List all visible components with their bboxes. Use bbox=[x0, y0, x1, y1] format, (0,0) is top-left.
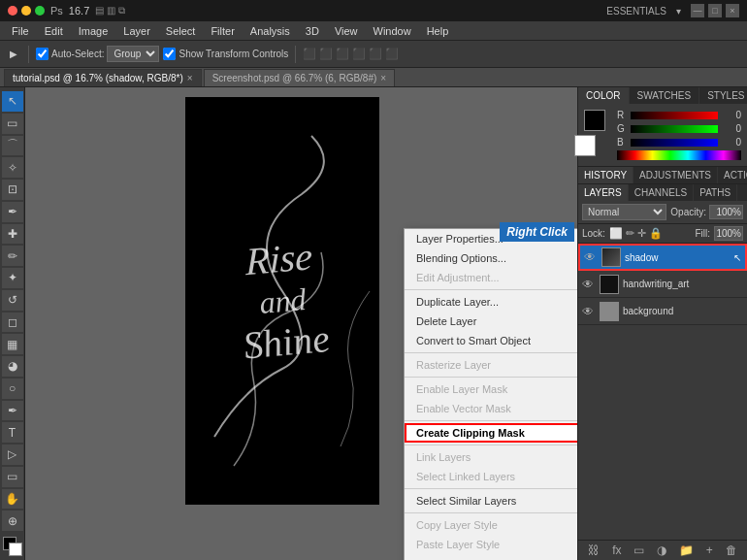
close-icon[interactable]: × bbox=[726, 4, 739, 17]
align-right-icon[interactable]: ⬛ bbox=[336, 48, 349, 60]
path-select-btn[interactable]: ▷ bbox=[2, 445, 23, 465]
swatches-tab[interactable]: SWATCHES bbox=[630, 87, 700, 104]
ctx-convert-smart[interactable]: Convert to Smart Object bbox=[405, 331, 577, 350]
magic-wand-btn[interactable]: ✧ bbox=[2, 157, 23, 178]
layer-eye-shadow[interactable]: 👁 bbox=[584, 250, 598, 264]
menu-edit[interactable]: Edit bbox=[37, 23, 71, 39]
blue-slider[interactable] bbox=[631, 139, 718, 147]
blur-btn[interactable]: ◕ bbox=[2, 356, 23, 377]
red-slider[interactable] bbox=[631, 112, 718, 119]
background-color[interactable] bbox=[9, 543, 22, 556]
lock-all-icon[interactable]: 🔒 bbox=[649, 227, 663, 240]
menu-window[interactable]: Window bbox=[366, 23, 419, 39]
crop-tool-btn[interactable]: ⊡ bbox=[2, 180, 23, 200]
history-tab[interactable]: HISTORY bbox=[578, 167, 633, 183]
new-layer-icon[interactable]: + bbox=[706, 544, 713, 557]
minimize-icon[interactable]: — bbox=[691, 4, 704, 17]
move-tool-btn[interactable]: ↖ bbox=[2, 91, 23, 112]
close-button[interactable] bbox=[8, 6, 17, 16]
title-bar-window-icons[interactable]: — □ × bbox=[691, 4, 739, 17]
ctx-layer-properties[interactable]: Layer Properties... bbox=[405, 229, 577, 248]
gradient-btn[interactable]: ▦ bbox=[2, 334, 23, 354]
ctx-duplicate-layer[interactable]: Duplicate Layer... bbox=[405, 292, 577, 312]
blend-mode-select[interactable]: Normal Multiply Screen Overlay bbox=[582, 204, 666, 220]
eraser-btn[interactable]: ◻ bbox=[2, 313, 23, 333]
eyedropper-btn[interactable]: ✒ bbox=[2, 202, 23, 222]
minimize-button[interactable] bbox=[21, 6, 31, 16]
auto-select-input[interactable] bbox=[36, 48, 49, 60]
layer-eye-handwriting[interactable]: 👁 bbox=[582, 278, 596, 291]
menu-layer[interactable]: Layer bbox=[115, 23, 158, 39]
patch-tool-btn[interactable]: ✚ bbox=[2, 224, 23, 245]
menu-help[interactable]: Help bbox=[419, 23, 457, 39]
hand-tool-btn[interactable]: ✋ bbox=[2, 489, 23, 510]
ctx-select-similar-layers[interactable]: Select Similar Layers bbox=[405, 491, 577, 511]
transform-input[interactable] bbox=[163, 48, 176, 60]
paths-tab[interactable]: PATHS bbox=[694, 184, 737, 201]
menu-file[interactable]: File bbox=[4, 23, 37, 39]
layer-eye-background[interactable]: 👁 bbox=[582, 305, 596, 318]
lock-image-icon[interactable]: ✏ bbox=[626, 227, 634, 240]
align-tools[interactable]: ⬛ ⬛ ⬛ ⬛ ⬛ ⬛ bbox=[303, 48, 399, 60]
bg-color-square[interactable] bbox=[574, 135, 596, 156]
layers-tab[interactable]: LAYERS bbox=[578, 184, 629, 201]
clone-tool-btn[interactable]: ✦ bbox=[2, 268, 23, 288]
adjustments-tab[interactable]: ADJUSTMENTS bbox=[633, 167, 718, 183]
shape-tool-btn[interactable]: ▭ bbox=[2, 467, 23, 487]
pen-tool-btn[interactable]: ✒ bbox=[2, 401, 23, 421]
actions-tab[interactable]: ACTIONS bbox=[718, 167, 747, 183]
align-bottom-icon[interactable]: ⬛ bbox=[385, 48, 399, 60]
layer-item-shadow[interactable]: 👁 shadow ↖ bbox=[578, 244, 747, 271]
color-spectrum[interactable] bbox=[617, 150, 741, 160]
lock-position-icon[interactable]: ✛ bbox=[637, 227, 646, 240]
menu-view[interactable]: View bbox=[327, 23, 366, 39]
layer-item-handwriting[interactable]: 👁 handwriting_art bbox=[578, 271, 747, 298]
align-top-icon[interactable]: ⬛ bbox=[352, 48, 366, 60]
opacity-input[interactable] bbox=[709, 205, 743, 219]
menu-select[interactable]: Select bbox=[158, 23, 204, 39]
layer-item-background[interactable]: 👁 background bbox=[578, 298, 747, 325]
restore-icon[interactable]: □ bbox=[708, 4, 722, 17]
move-tool[interactable]: ▶ bbox=[6, 47, 21, 61]
menu-filter[interactable]: Filter bbox=[203, 23, 242, 39]
title-chevron[interactable]: ▾ bbox=[676, 6, 681, 16]
lasso-tool-btn[interactable]: ⌒ bbox=[2, 136, 23, 156]
menu-analysis[interactable]: Analysis bbox=[243, 23, 298, 39]
link-layers-icon[interactable]: ⛓ bbox=[588, 544, 600, 557]
menu-3d[interactable]: 3D bbox=[298, 23, 327, 39]
green-slider[interactable] bbox=[631, 125, 718, 133]
tab-tutorial[interactable]: tutorial.psd @ 16.7% (shadow, RGB/8*) × bbox=[4, 69, 202, 86]
tab-screenshot[interactable]: Screenshot.psd @ 66.7% (6, RGB/8#) × bbox=[204, 69, 396, 86]
layer-style-icon[interactable]: fx bbox=[612, 544, 621, 557]
color-tab[interactable]: COLOR bbox=[578, 87, 630, 104]
auto-select-checkbox[interactable]: Auto-Select: Group Layer bbox=[36, 46, 159, 62]
fg-bg-colors[interactable] bbox=[3, 537, 22, 556]
type-tool-btn[interactable]: T bbox=[2, 422, 23, 443]
channels-tab[interactable]: CHANNELS bbox=[629, 184, 694, 201]
transform-checkbox[interactable]: Show Transform Controls bbox=[163, 48, 288, 60]
auto-select-dropdown[interactable]: Group Layer bbox=[107, 46, 159, 62]
layer-mask-icon[interactable]: ▭ bbox=[633, 544, 644, 557]
align-left-icon[interactable]: ⬛ bbox=[303, 48, 316, 60]
menu-image[interactable]: Image bbox=[71, 23, 116, 39]
ctx-delete-layer[interactable]: Delete Layer bbox=[405, 312, 577, 331]
tab-screenshot-close[interactable]: × bbox=[380, 73, 386, 83]
history-brush-btn[interactable]: ↺ bbox=[2, 290, 23, 311]
tab-close-icon[interactable]: × bbox=[187, 73, 193, 83]
dodge-btn[interactable]: ○ bbox=[2, 379, 23, 399]
new-adjustment-icon[interactable]: ◑ bbox=[657, 544, 666, 557]
canvas-area[interactable]: Rise and Shine Layer Properties... Blend… bbox=[25, 87, 577, 560]
ctx-blending-options[interactable]: Blending Options... bbox=[405, 248, 577, 268]
maximize-button[interactable] bbox=[35, 6, 45, 16]
delete-layer-icon[interactable]: 🗑 bbox=[726, 544, 737, 557]
align-middle-icon[interactable]: ⬛ bbox=[369, 48, 382, 60]
ctx-create-clipping-mask[interactable]: Create Clipping Mask bbox=[405, 423, 577, 443]
zoom-tool-btn[interactable]: ⊕ bbox=[2, 511, 23, 531]
align-center-icon[interactable]: ⬛ bbox=[319, 48, 333, 60]
lock-transparent-icon[interactable]: ⬜ bbox=[609, 227, 623, 240]
fill-input[interactable] bbox=[714, 226, 743, 241]
styles-tab[interactable]: STYLES bbox=[699, 87, 747, 104]
fg-color-square[interactable] bbox=[584, 110, 605, 131]
new-group-icon[interactable]: 📁 bbox=[679, 544, 694, 557]
brush-tool-btn[interactable]: ✏ bbox=[2, 246, 23, 266]
